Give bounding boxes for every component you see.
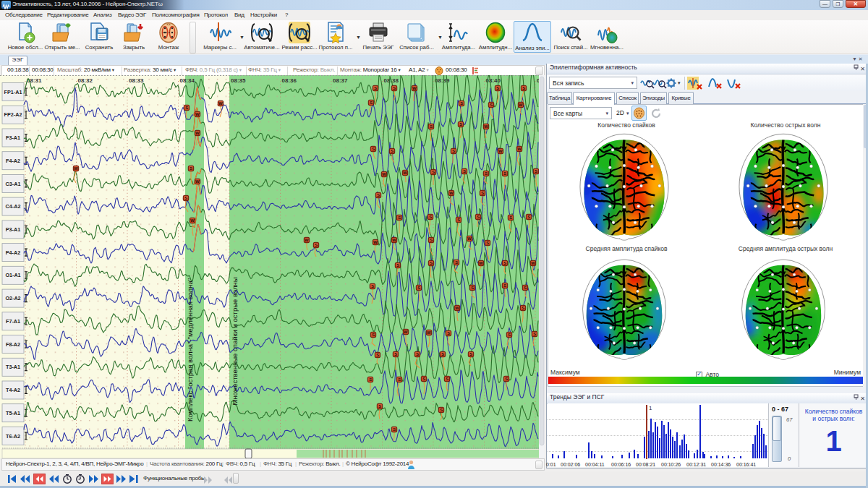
svg-text:S: S	[481, 191, 484, 195]
svg-text:S: S	[429, 215, 432, 219]
svg-text:S: S	[459, 122, 462, 127]
svg-text:W: W	[427, 330, 431, 335]
svg-text:W: W	[531, 261, 535, 265]
svg-text:S: S	[460, 101, 463, 106]
svg-text:S: S	[190, 166, 192, 171]
svg-text:S: S	[446, 377, 448, 381]
svg-text:S: S	[315, 243, 318, 247]
svg-text:08:35: 08:35	[231, 77, 246, 84]
svg-text:S: S	[463, 169, 466, 174]
svg-text:S: S	[430, 238, 433, 242]
svg-text:W: W	[404, 330, 408, 334]
svg-text:S: S	[496, 86, 499, 90]
svg-text:O1-A1: O1-A1	[5, 272, 20, 278]
svg-text:FP1-A1: FP1-A1	[4, 89, 22, 95]
svg-text:S: S	[416, 352, 419, 356]
svg-text:S: S	[185, 106, 188, 110]
svg-text:W: W	[305, 238, 309, 242]
svg-text:W: W	[519, 103, 523, 107]
svg-text:S: S	[441, 352, 444, 356]
svg-text:W: W	[467, 236, 472, 241]
svg-text:S: S	[527, 215, 530, 219]
svg-text:S: S	[430, 261, 433, 265]
svg-text:S: S	[370, 100, 373, 105]
svg-text:S: S	[522, 306, 524, 310]
svg-text:S: S	[524, 286, 527, 290]
svg-text:S: S	[447, 331, 450, 335]
svg-text:S: S	[393, 86, 396, 90]
svg-text:W: W	[190, 218, 195, 223]
svg-text:T5-A1: T5-A1	[6, 410, 20, 416]
svg-text:W: W	[479, 261, 483, 265]
svg-text:S: S	[503, 261, 506, 265]
svg-text:W: W	[373, 240, 378, 244]
svg-text:O2-A2: O2-A2	[5, 295, 20, 301]
svg-text:S: S	[396, 263, 399, 267]
svg-text:S: S	[509, 215, 512, 220]
svg-text:S: S	[398, 377, 401, 382]
svg-text:S: S	[535, 169, 537, 174]
svg-text:S: S	[522, 86, 525, 90]
svg-text:S: S	[369, 377, 372, 382]
svg-text:P3-A1: P3-A1	[6, 226, 20, 233]
svg-text:W: W	[484, 124, 488, 129]
svg-text:W: W	[455, 306, 459, 310]
svg-text:F4-A2: F4-A2	[6, 158, 20, 164]
svg-text:S: S	[471, 286, 474, 290]
svg-text:P4-A2: P4-A2	[6, 249, 20, 256]
svg-text:S: S	[394, 352, 397, 356]
svg-text:W: W	[412, 86, 417, 90]
svg-text:W: W	[498, 149, 503, 153]
svg-text:S: S	[417, 286, 420, 290]
svg-text:S: S	[372, 147, 375, 151]
svg-text:S: S	[374, 86, 377, 90]
svg-text:S: S	[455, 260, 458, 265]
svg-text:S: S	[378, 404, 381, 408]
svg-text:S: S	[430, 124, 433, 129]
svg-text:S: S	[398, 215, 401, 220]
svg-text:C4-A2: C4-A2	[6, 203, 21, 210]
svg-text:08:39: 08:39	[435, 77, 450, 84]
svg-text:W: W	[382, 172, 386, 176]
svg-text:S: S	[371, 284, 374, 288]
svg-text:W: W	[218, 101, 223, 106]
svg-text:F8-A2: F8-A2	[6, 341, 20, 348]
svg-text:08:36: 08:36	[282, 77, 297, 84]
svg-text:Множественные спайки и острые: Множественные спайки и острые волны	[231, 277, 239, 405]
svg-text:S: S	[477, 215, 480, 219]
svg-text:S: S	[490, 103, 493, 107]
svg-text:08:33: 08:33	[129, 77, 144, 84]
svg-text:W: W	[74, 166, 78, 171]
svg-text:W: W	[195, 112, 200, 116]
svg-text:S: S	[508, 333, 511, 337]
svg-text:S: S	[503, 171, 506, 176]
svg-text:S: S	[377, 193, 380, 197]
svg-text:W: W	[195, 131, 200, 135]
svg-text:W: W	[392, 238, 396, 242]
svg-text:S: S	[486, 241, 489, 245]
svg-text:C3-A1: C3-A1	[6, 181, 21, 187]
svg-text:W: W	[195, 179, 200, 184]
svg-text:08:32: 08:32	[78, 77, 93, 84]
svg-text:W: W	[403, 171, 407, 175]
svg-text:S: S	[432, 170, 435, 174]
svg-text:S: S	[393, 427, 396, 432]
svg-text:F3-A1: F3-A1	[6, 134, 20, 141]
svg-text:S: S	[440, 408, 443, 412]
svg-text:T4-A2: T4-A2	[6, 387, 20, 393]
svg-text:08:37: 08:37	[333, 77, 348, 84]
svg-text:S: S	[452, 149, 455, 153]
svg-text:S: S	[422, 377, 425, 381]
svg-text:S: S	[184, 196, 187, 200]
svg-text:FP2-A2: FP2-A2	[4, 111, 22, 118]
svg-text:W: W	[449, 191, 454, 195]
svg-text:S: S	[457, 218, 460, 222]
svg-text:F7-A1: F7-A1	[6, 318, 20, 325]
svg-text:S: S	[391, 149, 393, 153]
svg-text:S: S	[372, 333, 375, 337]
svg-text:S: S	[469, 352, 472, 356]
svg-text:S: S	[503, 283, 506, 288]
svg-text:W: W	[517, 147, 522, 151]
svg-text:Комплекс "острая волна"-"медле: Комплекс "острая волна"-"медленная волна…	[186, 278, 194, 421]
svg-text:08:34: 08:34	[180, 77, 195, 84]
